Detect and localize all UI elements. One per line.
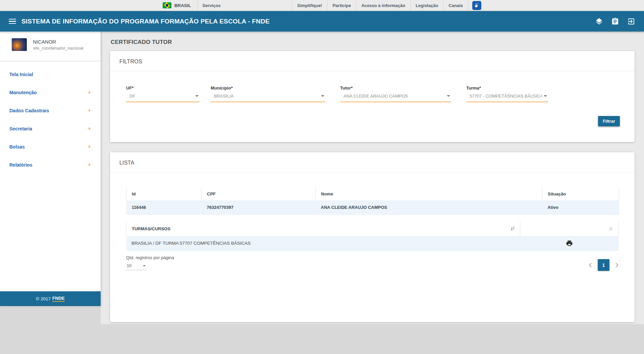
chevron-down-icon xyxy=(447,95,450,97)
next-page-icon[interactable] xyxy=(615,262,619,268)
expand-plus-icon[interactable]: + xyxy=(88,125,91,132)
sidebar-item-label: Secretaria xyxy=(9,126,32,131)
expand-plus-icon[interactable]: + xyxy=(88,89,91,96)
app-title: SISTEMA DE INFORMAÇÃO DO PROGRAMA FORMAÇ… xyxy=(21,18,270,25)
sidebar-item-dados-cadastrais[interactable]: Dados Cadastrais + xyxy=(0,102,101,120)
filter-field-municipio: Município* BRASILIA xyxy=(211,85,325,102)
expand-plus-icon[interactable]: + xyxy=(88,161,91,169)
municipio-select[interactable]: BRASILIA xyxy=(211,94,325,102)
filtrar-button[interactable]: Filtrar xyxy=(598,116,620,126)
divider xyxy=(110,172,635,172)
sidebar-item-label: Bolsas xyxy=(9,144,25,150)
chevron-down-icon xyxy=(544,95,547,97)
tutors-table: Id CPF Nome Situação 116446 76324770397 … xyxy=(126,187,619,215)
column-header-nome: Nome xyxy=(316,187,542,200)
app-header: SISTEMA DE INFORMAÇÃO DO PROGRAMA FORMAÇ… xyxy=(0,11,644,32)
expand-plus-icon[interactable]: + xyxy=(88,143,91,151)
sidebar-item-label: Manutenção xyxy=(9,90,37,95)
filter-field-turma: Turma* 57707 - COMPETÃŠNCIAS BÃ▯SICAS xyxy=(466,85,548,102)
sidebar-footer: © 2017 FNDE xyxy=(0,291,101,306)
govbar-link-canais[interactable]: Canais xyxy=(443,3,468,8)
main-content: CERTIFICADO TUTOR FILTROS UF* DF Municíp… xyxy=(101,32,644,324)
pagination: Qtd. registros por página 10 1 xyxy=(126,255,619,271)
cell-cpf: 76324770397 xyxy=(202,200,316,215)
uf-select[interactable]: DF xyxy=(126,94,200,102)
sidebar-item-manutencao[interactable]: Manutenção + xyxy=(0,83,101,102)
expand-plus-icon[interactable]: + xyxy=(88,107,91,114)
sort-both-icon[interactable] xyxy=(608,226,613,231)
sidebar-item-label: Dados Cadastrais xyxy=(9,108,49,113)
previous-page-icon[interactable] xyxy=(588,262,592,268)
chevron-down-icon xyxy=(321,95,324,97)
column-header-cpf: CPF xyxy=(202,187,316,200)
filter-field-tutor: Tutor* ANA CLEIDE ARAUJO CAMPOS xyxy=(340,85,451,102)
sidebar-item-label: Relatórios xyxy=(9,162,32,168)
turma-label: Turma* xyxy=(466,85,548,91)
app-root: BRASIL Serviços Simplifique! Participe A… xyxy=(0,0,644,354)
brasil-gov-link[interactable]: BRASIL xyxy=(163,2,197,8)
turma-row: BRASILIA / DF TURMA 57707 COMPETÊNCIAS B… xyxy=(126,236,619,251)
filters-card: FILTROS UF* DF Município* BRASILIA xyxy=(110,51,635,142)
column-header-situacao: Situação xyxy=(542,187,619,200)
filter-field-uf: UF* DF xyxy=(126,85,200,102)
sort-amount-icon[interactable] xyxy=(510,226,515,231)
layers-icon[interactable] xyxy=(595,17,603,25)
sidebar-item-secretaria[interactable]: Secretaria + xyxy=(0,120,101,138)
clipboard-icon[interactable] xyxy=(611,17,619,25)
page-title: CERTIFICADO TUTOR xyxy=(111,39,635,46)
copyright-text: © 2017 xyxy=(36,296,51,301)
sidebar-item-relatorios[interactable]: Relatórios + xyxy=(0,156,101,174)
turmas-header-cell[interactable]: TURMAS/CURSOS xyxy=(126,221,520,236)
page-number-button[interactable]: 1 xyxy=(598,259,609,271)
filters-title: FILTROS xyxy=(110,51,635,71)
govbar-link-simplifique[interactable]: Simplifique! xyxy=(292,3,327,8)
govbar-link-participe[interactable]: Participe xyxy=(327,3,356,8)
list-card: LISTA Id CPF Nome Situação 116446 xyxy=(110,152,635,322)
turma-name: BRASILIA / DF TURMA 57707 COMPETÊNCIAS B… xyxy=(126,241,520,246)
list-title: LISTA xyxy=(110,152,635,172)
chevron-down-icon xyxy=(195,95,199,97)
municipio-label: Município* xyxy=(211,85,325,91)
brasil-label: BRASIL xyxy=(174,3,191,8)
per-page-label: Qtd. registros por página xyxy=(126,255,174,260)
vlibras-hands-icon xyxy=(474,3,480,8)
sidebar-item-tela-inicial[interactable]: Tela Inicial xyxy=(0,65,101,83)
user-block: NICANOR sife_coordenador_nacional xyxy=(0,32,101,61)
turmas-cursos-table: TURMAS/CURSOS BRASILIA / DF TURMA 57707 … xyxy=(126,221,619,251)
user-avatar xyxy=(12,38,27,51)
sidebar-menu: Tela Inicial Manutenção + Dados Cadastra… xyxy=(0,61,101,291)
government-bar: BRASIL Serviços Simplifique! Participe A… xyxy=(0,0,644,11)
fnde-link[interactable]: FNDE xyxy=(52,296,65,302)
divider xyxy=(468,0,468,11)
print-certificate-icon[interactable] xyxy=(566,240,573,247)
uf-label: UF* xyxy=(126,85,200,91)
govbar-link-servicos[interactable]: Serviços xyxy=(198,3,226,8)
sidebar-item-bolsas[interactable]: Bolsas + xyxy=(0,138,101,156)
tutor-label: Tutor* xyxy=(340,85,451,91)
turmas-actions-header-cell[interactable] xyxy=(520,221,619,236)
logout-icon[interactable] xyxy=(627,17,635,25)
user-name: NICANOR xyxy=(33,39,83,45)
hamburger-menu-icon[interactable] xyxy=(9,19,16,24)
table-row: 116446 76324770397 ANA CLEIDE ARAUJO CAM… xyxy=(126,200,619,215)
sidebar-item-label: Tela Inicial xyxy=(9,72,33,77)
sidebar: NICANOR sife_coordenador_nacional Tela I… xyxy=(0,32,101,306)
cell-situacao: Ativo xyxy=(542,200,619,215)
cell-id: 116446 xyxy=(126,200,202,215)
per-page-select[interactable]: 10 xyxy=(126,263,147,270)
vlibras-accessibility-button[interactable] xyxy=(472,1,481,10)
divider xyxy=(110,71,635,71)
brazil-flag-icon xyxy=(163,2,171,8)
govbar-link-legislacao[interactable]: Legislação xyxy=(411,3,443,8)
govbar-link-acesso-informacao[interactable]: Acesso à informação xyxy=(356,3,410,8)
chevron-down-icon xyxy=(143,265,146,267)
turma-select[interactable]: 57707 - COMPETÃŠNCIAS BÃ▯SICAS xyxy=(466,94,548,102)
user-role: sife_coordenador_nacional xyxy=(33,46,83,51)
cell-nome: ANA CLEIDE ARAUJO CAMPOS xyxy=(316,200,542,215)
turmas-header-row: TURMAS/CURSOS xyxy=(126,221,619,236)
tutor-select[interactable]: ANA CLEIDE ARAUJO CAMPOS xyxy=(340,94,451,102)
column-header-id: Id xyxy=(126,187,202,200)
